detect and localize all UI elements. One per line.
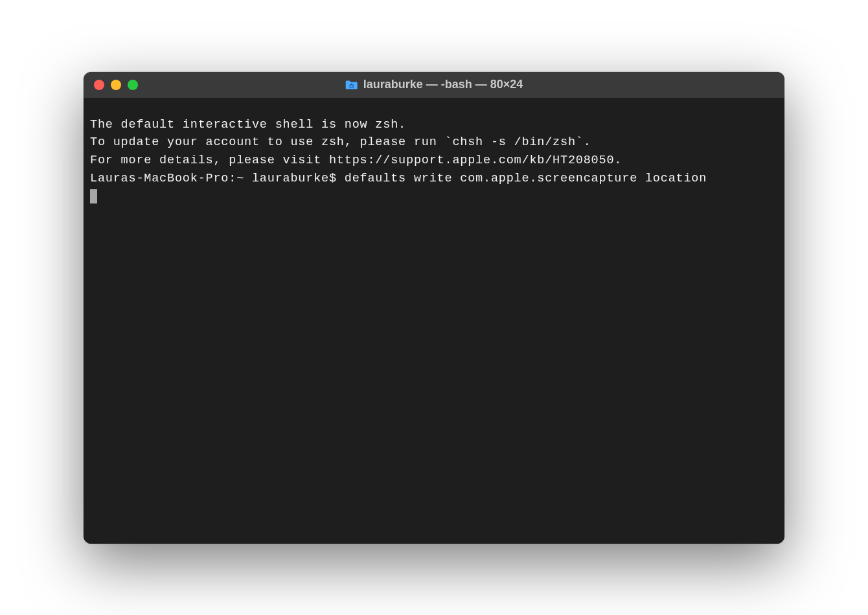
window-title: lauraburke — -bash — 80×24 (363, 78, 523, 91)
titlebar[interactable]: lauraburke — -bash — 80×24 (84, 72, 784, 98)
zoom-button[interactable] (128, 80, 138, 90)
close-button[interactable] (94, 80, 104, 90)
minimize-button[interactable] (111, 80, 121, 90)
terminal-line: The default interactive shell is now zsh… (90, 116, 778, 134)
cursor (90, 189, 97, 203)
terminal-line: For more details, please visit https://s… (90, 152, 778, 170)
traffic-lights (94, 80, 138, 90)
terminal-prompt: Lauras-MacBook-Pro:~ lauraburke$ (90, 172, 345, 185)
folder-icon (345, 80, 358, 90)
terminal-window: lauraburke — -bash — 80×24 The default i… (84, 72, 784, 544)
terminal-body[interactable]: The default interactive shell is now zsh… (84, 98, 784, 544)
terminal-line: To update your account to use zsh, pleas… (90, 133, 778, 152)
terminal-command: defaults write com.apple.screencapture l… (345, 172, 714, 185)
window-title-wrap: lauraburke — -bash — 80×24 (345, 78, 523, 91)
